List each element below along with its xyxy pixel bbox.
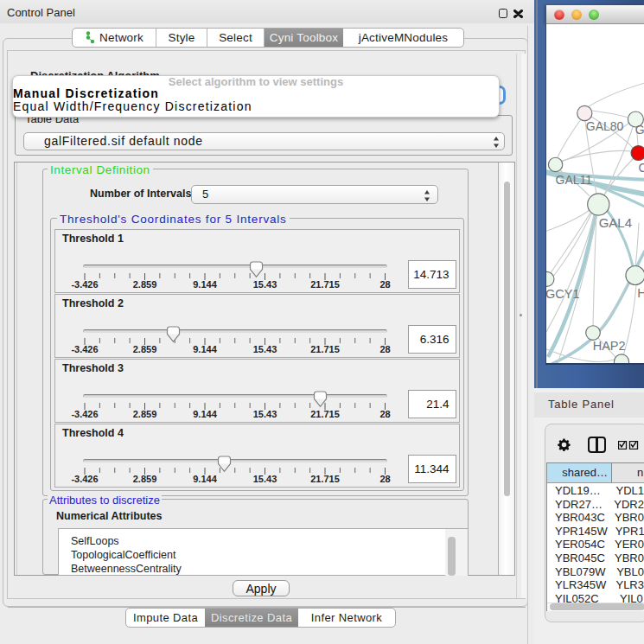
svg-text:GAL11: GAL11 [556,172,593,186]
svg-text:GAL4: GAL4 [599,215,632,230]
svg-text:HAP2: HAP2 [593,339,626,353]
svg-text:H: H [637,286,644,300]
svg-text:G.: G. [635,123,644,137]
svg-text:GAL80: GAL80 [586,118,624,132]
svg-text:C: C [639,160,644,174]
svg-text:GCY1: GCY1 [546,287,580,301]
